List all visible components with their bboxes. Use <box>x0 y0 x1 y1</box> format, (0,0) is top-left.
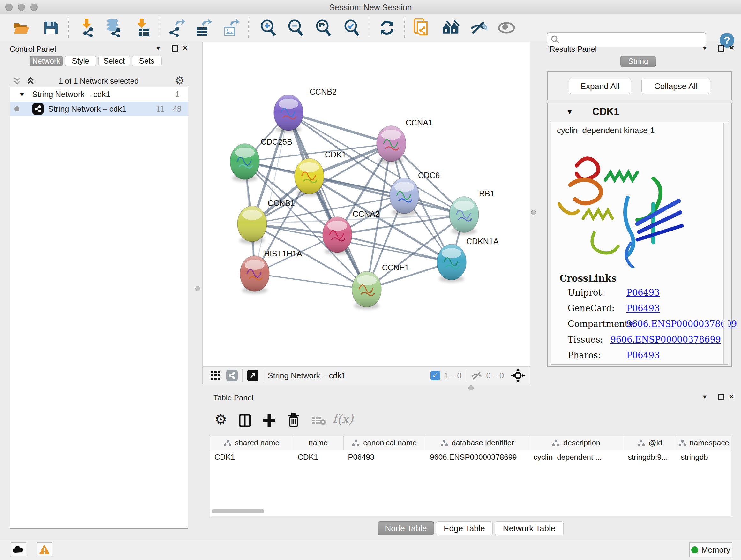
column-header-name[interactable]: name <box>293 436 344 449</box>
network-node-cdkn1a[interactable]: CDKN1A <box>437 237 499 282</box>
tab-select[interactable]: Select <box>98 56 130 66</box>
results-panel-collapse-icon[interactable]: ▾ <box>703 44 706 52</box>
table-cell[interactable]: P06493 <box>343 450 425 464</box>
network-node-label: CCNB2 <box>310 87 337 96</box>
crosslink-link[interactable]: P06493 <box>626 350 660 360</box>
splitter-handle[interactable] <box>468 385 474 390</box>
function-builder-icon[interactable]: f(x) <box>333 412 353 426</box>
tab-edge-table[interactable]: Edge Table <box>436 521 493 536</box>
fit-content-crosshair-icon[interactable] <box>511 368 525 382</box>
gene-detail-card: cyclin–dependent kinase 1 CrossLinks Uni… <box>551 122 728 365</box>
open-in-window-icon[interactable] <box>247 370 259 381</box>
table-cell[interactable]: cyclin–dependent ... <box>529 450 623 464</box>
crosslink-link[interactable]: P06493 <box>626 303 660 313</box>
results-panel-float-icon[interactable] <box>718 45 724 52</box>
tab-node-table[interactable]: Node Table <box>378 521 434 536</box>
birds-eye-grid-icon[interactable] <box>211 371 220 380</box>
control-panel-float-icon[interactable] <box>172 45 178 52</box>
network-node-ccna2[interactable]: CCNA2 <box>323 209 380 255</box>
table-horizontal-scrollbar[interactable] <box>212 509 264 513</box>
table-panel-close-icon[interactable]: × <box>729 391 734 401</box>
column-header--id[interactable]: @id <box>623 436 676 449</box>
column-header-database-identifier[interactable]: database identifier <box>425 436 529 449</box>
show-columns-icon[interactable] <box>239 414 251 427</box>
control-panel-close-icon[interactable]: × <box>183 43 188 53</box>
hidden-eye-slash-icon[interactable] <box>471 371 483 380</box>
warnings-button[interactable] <box>37 543 52 557</box>
table-panel-float-icon[interactable] <box>718 394 724 400</box>
network-node-label: CDKN1A <box>466 237 499 246</box>
network-node-hist1h1a[interactable]: HIST1H1A <box>240 249 302 294</box>
open-session-icon[interactable] <box>13 19 30 37</box>
hide-selected-icon[interactable] <box>469 19 487 37</box>
control-panel-collapse-icon[interactable]: ▾ <box>156 44 160 52</box>
network-node-cdc6[interactable]: CDC6 <box>390 171 440 216</box>
gene-collapse-icon[interactable]: ▼ <box>566 108 573 116</box>
results-actions-box: Expand All Collapse All <box>547 71 732 100</box>
results-tab-string[interactable]: String <box>620 56 656 67</box>
toolbar-separator <box>242 369 243 382</box>
network-edge[interactable] <box>288 113 391 144</box>
tab-network[interactable]: Network <box>30 56 63 66</box>
network-node-rb1[interactable]: RB1 <box>449 189 495 235</box>
delete-column-trash-icon[interactable] <box>288 413 299 427</box>
network-node-ccne1[interactable]: CCNE1 <box>352 263 409 309</box>
network-edge[interactable] <box>255 273 367 289</box>
crosslink-link[interactable]: 9606.ENSP00000378699 <box>610 334 721 345</box>
table-cell[interactable]: 9606.ENSP00000378699 <box>425 450 529 464</box>
crosslink-link[interactable]: 9606.ENSP00000378699 <box>626 319 737 329</box>
results-panel-close-icon[interactable]: × <box>729 43 734 53</box>
search-input[interactable] <box>562 35 701 44</box>
show-all-icon[interactable] <box>497 19 515 37</box>
toolbar-separator <box>68 17 69 38</box>
zoom-fit-icon[interactable] <box>314 19 332 37</box>
column-header-shared-name[interactable]: shared name <box>210 436 293 449</box>
network-row-selected[interactable]: String Network – cdk1 11 48 <box>10 102 188 116</box>
tab-network-table[interactable]: Network Table <box>495 521 563 536</box>
refresh-icon[interactable] <box>378 19 396 37</box>
expand-all-button[interactable]: Expand All <box>569 78 631 94</box>
import-network-file-icon[interactable] <box>78 19 96 37</box>
table-cell[interactable]: CDK1 <box>293 450 344 464</box>
tab-sets[interactable]: Sets <box>132 56 162 66</box>
splitter-handle[interactable] <box>531 210 536 215</box>
export-table-icon[interactable] <box>194 19 212 37</box>
network-canvas[interactable]: CCNB2CCNA1CDC25BCDK1CDC6RB1CCNB1CCNA2CDK… <box>202 42 530 367</box>
export-network-icon[interactable] <box>168 19 186 37</box>
crosslink-link[interactable]: P06493 <box>626 288 660 298</box>
table-cell[interactable]: stringdb:9... <box>623 450 676 464</box>
zoom-out-icon[interactable] <box>286 19 305 37</box>
export-image-icon[interactable] <box>222 19 240 37</box>
zoom-in-icon[interactable] <box>259 19 277 37</box>
network-collection-row[interactable]: ▼ String Network – cdk1 1 <box>10 87 188 102</box>
table-row[interactable]: CDK1CDK1P064939606.ENSP00000378699cyclin… <box>210 450 731 464</box>
table-settings-gear-icon[interactable]: ⚙ <box>214 411 227 428</box>
network-node-ccnb1[interactable]: CCNB1 <box>238 199 295 244</box>
memory-button[interactable]: Memory <box>689 543 732 557</box>
tree-expand-icon[interactable]: ▼ <box>19 91 25 98</box>
tab-style[interactable]: Style <box>65 56 96 66</box>
table-cell[interactable]: CDK1 <box>210 450 293 464</box>
string-style-icon[interactable] <box>226 370 238 381</box>
table-panel-collapse-icon[interactable]: ▾ <box>703 393 706 401</box>
network-node-ccnb2[interactable]: CCNB2 <box>274 87 337 133</box>
column-header-namespace[interactable]: namespace <box>676 436 731 449</box>
collapse-all-button[interactable]: Collapse All <box>642 78 711 94</box>
first-neighbors-icon[interactable] <box>442 19 460 37</box>
results-scrollbar[interactable] <box>724 123 728 364</box>
splitter-handle[interactable] <box>195 286 200 291</box>
network-options-gear-icon[interactable]: ⚙ <box>175 74 185 87</box>
zoom-selected-icon[interactable] <box>343 19 360 37</box>
cloud-button[interactable] <box>10 543 26 557</box>
import-table-file-icon[interactable] <box>134 19 151 37</box>
table-cell[interactable]: stringdb <box>676 450 731 464</box>
column-header-canonical-name[interactable]: canonical name <box>344 436 426 449</box>
import-network-database-icon[interactable] <box>105 19 122 37</box>
selected-checkbox-icon[interactable]: ✓ <box>430 371 440 380</box>
add-column-icon[interactable] <box>263 414 276 427</box>
duplicate-network-icon[interactable] <box>413 19 431 37</box>
delete-table-icon[interactable] <box>312 416 326 426</box>
column-header-description[interactable]: description <box>529 436 623 449</box>
network-edge[interactable] <box>288 113 367 289</box>
save-session-icon[interactable] <box>42 19 59 37</box>
